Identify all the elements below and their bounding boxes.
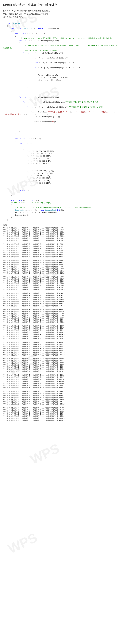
output-block: ****因 x 轴坐标为：0；y 轴坐标为 0；z 轴坐标为 0；上 时的坐标和…	[3, 227, 119, 422]
code-block: class Program { public class GenericSort…	[3, 20, 119, 221]
output-label: 输出：	[3, 224, 119, 226]
page-title: C#用泛型方法对三维阵列进行三维度排序	[3, 3, 119, 7]
intro-text: 在 C#中 Array.Sort()函数是不能对三维数组进行排序的。 那么，我们…	[3, 9, 119, 18]
